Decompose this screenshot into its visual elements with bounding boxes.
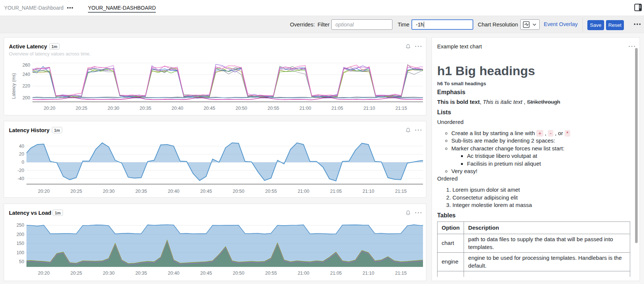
svg-text:20:50: 20:50	[236, 106, 247, 111]
svg-text:21:00: 21:00	[300, 106, 311, 111]
svg-text:220: 220	[22, 83, 30, 89]
svg-text:21:15: 21:15	[395, 189, 407, 194]
svg-text:21:15: 21:15	[395, 106, 407, 111]
svg-text:200: 200	[22, 95, 30, 100]
svg-text:250: 250	[16, 223, 24, 228]
svg-text:20:55: 20:55	[265, 271, 277, 276]
svg-text:20:50: 20:50	[233, 271, 244, 276]
svg-text:50: 50	[19, 259, 24, 264]
svg-text:20:25: 20:25	[76, 106, 87, 111]
svg-text:20:40: 20:40	[168, 271, 179, 276]
svg-text:20:35: 20:35	[140, 106, 151, 111]
svg-text:20:30: 20:30	[108, 106, 119, 111]
svg-text:150: 150	[16, 241, 24, 246]
svg-text:200: 200	[16, 232, 24, 237]
svg-text:20:30: 20:30	[103, 271, 114, 276]
svg-text:20:45: 20:45	[200, 271, 212, 276]
svg-text:240: 240	[22, 72, 30, 77]
svg-text:20:55: 20:55	[268, 106, 279, 111]
svg-text:0: 0	[22, 160, 24, 165]
svg-text:20:25: 20:25	[70, 189, 82, 194]
svg-text:20:30: 20:30	[103, 189, 114, 194]
svg-text:100: 100	[16, 250, 24, 255]
svg-text:20:45: 20:45	[203, 106, 215, 111]
svg-text:21:05: 21:05	[330, 189, 342, 194]
svg-text:21:10: 21:10	[363, 106, 375, 111]
svg-text:20:25: 20:25	[70, 271, 82, 276]
svg-text:Latency (ms): Latency (ms)	[11, 73, 16, 99]
svg-text:20:50: 20:50	[233, 189, 244, 194]
svg-text:260: 260	[22, 63, 30, 68]
svg-text:20:20: 20:20	[44, 106, 55, 111]
svg-text:21:05: 21:05	[331, 106, 343, 111]
svg-text:-20: -20	[18, 168, 24, 173]
svg-text:20:20: 20:20	[38, 189, 50, 194]
svg-text:20:40: 20:40	[168, 189, 179, 194]
svg-text:20:55: 20:55	[265, 189, 277, 194]
svg-text:21:15: 21:15	[395, 271, 407, 276]
svg-text:20:35: 20:35	[135, 271, 147, 276]
svg-text:21:10: 21:10	[363, 271, 374, 276]
svg-text:20: 20	[19, 151, 24, 157]
svg-text:20:20: 20:20	[38, 271, 50, 276]
svg-text:-40: -40	[18, 176, 24, 181]
svg-text:20:35: 20:35	[135, 189, 147, 194]
svg-text:40: 40	[19, 144, 24, 149]
svg-text:21:05: 21:05	[330, 271, 342, 276]
svg-text:20:45: 20:45	[200, 189, 212, 194]
svg-text:21:10: 21:10	[363, 189, 374, 194]
svg-text:21:00: 21:00	[298, 271, 309, 276]
svg-text:21:00: 21:00	[298, 189, 309, 194]
svg-text:20:40: 20:40	[171, 106, 183, 111]
